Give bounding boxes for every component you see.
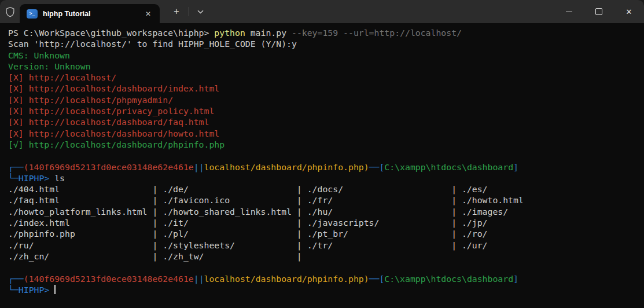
terminal-line: [X] http://localhost/privacy_policy.html [8, 105, 644, 116]
terminal-line: Scan 'http://localhost/' to find HIPHP_H… [8, 38, 644, 49]
terminal-text: (140f6969d5213fd0ece03148e62e461e [24, 274, 194, 284]
terminal-text: || [194, 162, 204, 172]
terminal-text: ] [513, 162, 518, 172]
terminal-text: ] [513, 274, 518, 284]
terminal-text: ls [54, 173, 65, 183]
terminal-text: ./404.html | ./de/ | ./docs/ | ./es/ [8, 184, 488, 194]
terminal-line: ./phpinfo.php | ./pl/ | ./pt_br/ | ./ro/ [8, 228, 644, 239]
terminal-text: || [194, 274, 204, 284]
minimize-icon [566, 12, 572, 12]
new-tab-button[interactable]: + [167, 0, 186, 23]
terminal-text: [X] http://localhost/dashboard/index.htm… [8, 83, 219, 93]
terminal-text: └─ [8, 173, 19, 183]
terminal-text: ./faq.html | ./favicon.ico | ./fr/ | ./h… [8, 195, 524, 205]
terminal-line [8, 150, 644, 161]
terminal-text: [X] http://localhost/dashboard/howto.htm… [8, 129, 219, 138]
terminal-text: C:\xampp\htdocs\dashboard [384, 274, 513, 284]
terminal-line: ./howto_platform_links.html | ./howto_sh… [8, 206, 644, 217]
terminal-text: PS C:\WorkSpace\github_workspace\hiphp> [8, 28, 214, 38]
terminal-text: └─ [8, 285, 19, 295]
terminal-line: [X] http://localhost/ [8, 72, 644, 83]
maximize-button[interactable] [584, 0, 614, 23]
terminal-text: ./ru/ | ./stylesheets/ | ./tr/ | ./ur/ [8, 240, 488, 250]
terminal-text: Scan 'http://localhost/' to find HIPHP_H… [8, 39, 297, 49]
terminal-text: ./zh_cn/ | ./zh_tw/ | [8, 251, 307, 261]
terminal-text: [√] http://localhost/dashboard/phpinfo.p… [8, 140, 225, 149]
terminal-text: [X] http://localhost/phpmyadmin/ [8, 95, 173, 105]
terminal-text: ──[ [369, 162, 385, 172]
terminal-window: >_ hiphp Tutorial ✕ + ✕ PS C:\WorkSpace\… [0, 0, 644, 308]
terminal-line: ./faq.html | ./favicon.ico | ./fr/ | ./h… [8, 195, 644, 206]
titlebar-divider [189, 7, 189, 16]
terminal-line: ./zh_cn/ | ./zh_tw/ | [8, 251, 644, 262]
terminal-text: [X] http://localhost/dashboard/faq.html [8, 117, 209, 127]
terminal-line: └─HIPHP> ls [8, 173, 644, 184]
terminal-text: --key=159 --url=http://localhost/ [292, 28, 462, 38]
terminal-text: localhost/dashboard/phpinfo.php) [204, 162, 369, 172]
terminal-text: Version: Unknown [8, 61, 91, 71]
terminal-text: [X] http://localhost/ [8, 72, 116, 82]
terminal-line: ┌──(140f6969d5213fd0ece03148e62e461e||lo… [8, 273, 644, 284]
terminal-text: localhost/dashboard/phpinfo.php) [204, 274, 369, 284]
terminal-line: [X] http://localhost/dashboard/howto.htm… [8, 128, 644, 139]
terminal-line: ./index.html | ./it/ | ./javascripts/ | … [8, 217, 644, 228]
terminal-text: ./index.html | ./it/ | ./javascripts/ | … [8, 218, 488, 228]
terminal-text [49, 285, 54, 295]
tab-dropdown-button[interactable] [192, 0, 209, 23]
terminal-line: [X] http://localhost/phpmyadmin/ [8, 94, 644, 105]
tab-hiphp-tutorial[interactable]: >_ hiphp Tutorial ✕ [20, 4, 160, 23]
terminal-text: (140f6969d5213fd0ece03148e62e461e [24, 162, 194, 172]
terminal-text: HIPHP> [19, 173, 49, 183]
terminal-text [49, 173, 54, 183]
terminal-text: ──[ [369, 274, 385, 284]
terminal-text: ./phpinfo.php | ./pl/ | ./pt_br/ | ./ro/ [8, 229, 488, 239]
close-icon: ✕ [626, 8, 632, 16]
admin-shield-icon [0, 0, 20, 23]
terminal-line: ./ru/ | ./stylesheets/ | ./tr/ | ./ur/ [8, 240, 644, 251]
terminal-line: [X] http://localhost/dashboard/faq.html [8, 116, 644, 127]
terminal-line: ./404.html | ./de/ | ./docs/ | ./es/ [8, 184, 644, 195]
powershell-icon: >_ [27, 9, 38, 19]
title-bar[interactable]: >_ hiphp Tutorial ✕ + ✕ [0, 0, 644, 23]
terminal-text: C:\xampp\htdocs\dashboard [384, 162, 513, 172]
terminal-line: └─HIPHP> [8, 284, 644, 295]
terminal-text: ┌── [8, 274, 24, 284]
terminal-text: [X] http://localhost/privacy_policy.html [8, 106, 214, 116]
terminal-text: CMS: Unknown [8, 50, 70, 60]
terminal-line: ┌──(140f6969d5213fd0ece03148e62e461e||lo… [8, 162, 644, 173]
minimize-button[interactable] [554, 0, 584, 23]
terminal-text: ./howto_platform_links.html | ./howto_sh… [8, 207, 508, 217]
terminal-line [8, 262, 644, 273]
terminal-line: [√] http://localhost/dashboard/phpinfo.p… [8, 139, 644, 150]
tab-close-icon[interactable]: ✕ [141, 7, 155, 21]
terminal-text: python [214, 28, 245, 38]
terminal-text: main.py [245, 28, 292, 38]
tab-title: hiphp Tutorial [43, 10, 141, 18]
terminal-line: Version: Unknown [8, 61, 644, 72]
maximize-icon [595, 8, 602, 15]
terminal-text: HIPHP> [19, 285, 49, 295]
close-button[interactable]: ✕ [614, 0, 644, 23]
terminal-output[interactable]: PS C:\WorkSpace\github_workspace\hiphp> … [0, 23, 644, 308]
text-cursor [54, 285, 56, 294]
terminal-line: [X] http://localhost/dashboard/index.htm… [8, 83, 644, 94]
terminal-text: ┌── [8, 162, 24, 172]
terminal-line: CMS: Unknown [8, 50, 644, 61]
terminal-line: PS C:\WorkSpace\github_workspace\hiphp> … [8, 27, 644, 38]
chevron-down-icon [197, 10, 204, 14]
